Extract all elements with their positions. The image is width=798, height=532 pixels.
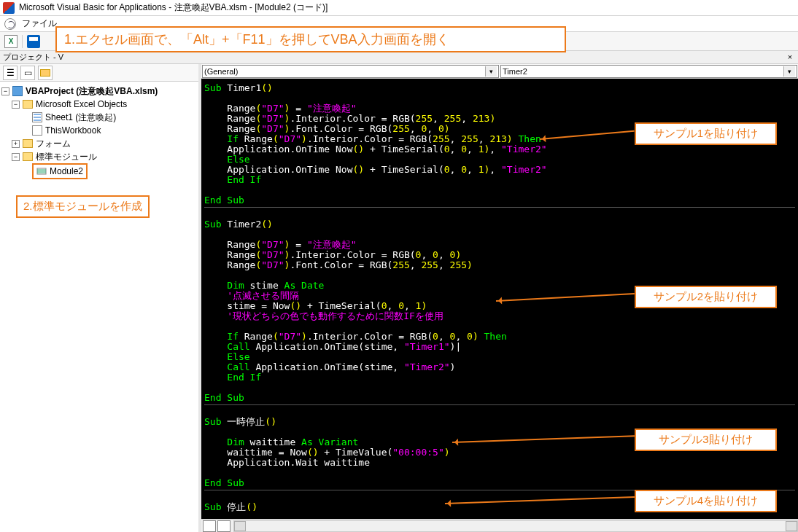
toolbar-divider <box>22 35 23 48</box>
procedure-dropdown-value: Timer2 <box>503 67 527 76</box>
tree-project-node[interactable]: − VBAProject (注意喚起VBA.xlsm) <box>1 85 197 98</box>
tree-excel-objects[interactable]: − Microsoft Excel Objects <box>1 98 197 111</box>
project-label: VBAProject (注意喚起VBA.xlsm) <box>26 85 158 98</box>
save-icon[interactable] <box>27 35 40 48</box>
annotation-2: 2.標準モジュールを作成 <box>16 195 150 218</box>
vba-app-icon <box>3 2 15 14</box>
chevron-down-icon: ▾ <box>783 66 795 77</box>
module-icon <box>36 166 47 176</box>
annotation-sample2: サンプル2を貼り付け <box>635 286 777 308</box>
forms-label: フォーム <box>36 137 71 150</box>
tree-modules[interactable]: − 標準モジュール <box>1 150 197 163</box>
project-explorer-title: プロジェクト - V <box>3 52 63 63</box>
modules-label: 標準モジュール <box>36 150 97 163</box>
excel-icon[interactable]: X <box>4 35 18 48</box>
project-tree[interactable]: − VBAProject (注意喚起VBA.xlsm) − Microsoft … <box>0 82 198 532</box>
object-dropdown-value: (General) <box>204 67 238 76</box>
folder-icon <box>23 100 33 109</box>
reset-icon[interactable] <box>4 18 16 30</box>
expand-icon[interactable]: − <box>1 87 9 95</box>
annotation-sample3: サンプル3貼り付け <box>635 429 777 451</box>
project-explorer-header: プロジェクト - V × <box>0 51 798 64</box>
expand-icon[interactable]: − <box>12 101 20 109</box>
menu-file[interactable]: ファイル <box>22 17 57 30</box>
tree-module2[interactable]: Module2 <box>1 163 197 179</box>
view-code-button[interactable]: ☰ <box>3 66 18 80</box>
sheet1-label: Sheet1 (注意喚起) <box>45 111 116 124</box>
folder-icon <box>23 139 33 148</box>
tree-thisworkbook[interactable]: ThisWorkbook <box>1 124 197 137</box>
full-module-view-button[interactable] <box>203 520 216 532</box>
excel-objects-label: Microsoft Excel Objects <box>36 98 127 111</box>
panel-close-icon[interactable]: × <box>785 52 795 63</box>
annotation-1: 1.エクセル画面で、「Alt」+「F11」を押してVBA入力画面を開く <box>55 26 566 52</box>
window-title-bar: Microsoft Visual Basic for Applications … <box>0 0 798 16</box>
annotation-sample4: サンプル4を貼り付け <box>635 490 777 512</box>
expand-icon[interactable]: + <box>12 140 20 148</box>
procedure-view-button[interactable] <box>217 520 231 532</box>
procedure-dropdown[interactable]: Timer2 ▾ <box>500 65 797 78</box>
view-object-button[interactable]: ▭ <box>20 66 35 80</box>
module2-label: Module2 <box>50 165 83 178</box>
object-dropdown[interactable]: (General) ▾ <box>202 65 499 78</box>
horizontal-scrollbar[interactable] <box>233 520 798 532</box>
toggle-folders-button[interactable] <box>38 66 53 80</box>
tree-forms[interactable]: + フォーム <box>1 137 197 150</box>
project-explorer: ☰ ▭ − VBAProject (注意喚起VBA.xlsm) − Micros… <box>0 64 201 532</box>
project-explorer-toolbar: ☰ ▭ <box>0 64 198 82</box>
window-title: Microsoft Visual Basic for Applications … <box>19 1 328 14</box>
code-editor-footer <box>201 519 798 532</box>
annotation-sample1: サンプル1を貼り付け <box>635 122 777 145</box>
workbook-icon <box>32 125 42 136</box>
chevron-down-icon: ▾ <box>485 66 497 77</box>
code-dropdown-bar: (General) ▾ Timer2 ▾ <box>201 64 798 79</box>
tree-sheet1[interactable]: Sheet1 (注意喚起) <box>1 111 197 124</box>
expand-icon[interactable]: − <box>12 153 20 161</box>
folder-icon <box>23 152 33 161</box>
thisworkbook-label: ThisWorkbook <box>45 124 101 137</box>
project-icon <box>12 86 23 96</box>
sheet-icon <box>32 112 42 122</box>
